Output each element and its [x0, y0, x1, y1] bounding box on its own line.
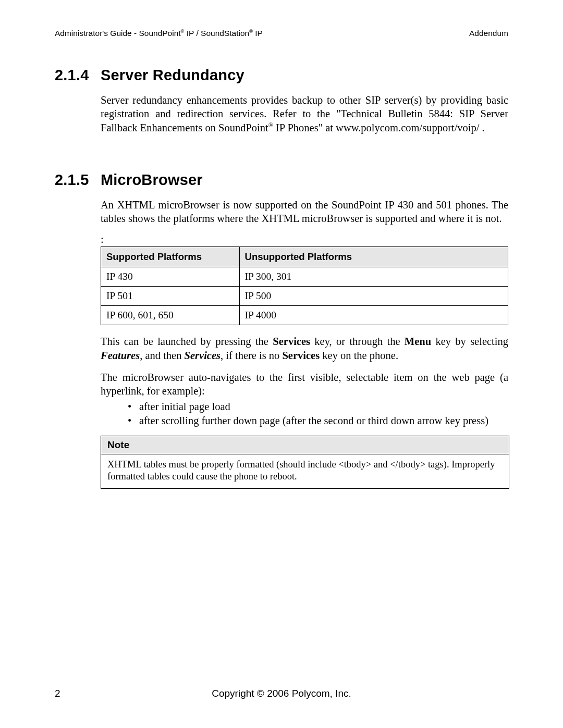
header-left-pre: Administrator's Guide - SoundPoint	[55, 29, 181, 38]
bold-italic: Services	[185, 350, 221, 361]
header-left-post: IP	[253, 29, 263, 38]
table-cell: IP 600, 601, 650	[101, 306, 240, 325]
heading-number: 2.1.4	[55, 67, 101, 84]
table-row: IP 600, 601, 650 IP 4000	[101, 306, 508, 325]
table-cell: IP 501	[101, 287, 240, 306]
paragraph: An XHTML microBrowser is now supported o…	[101, 198, 508, 225]
th-supported: Supported Platforms	[101, 247, 240, 267]
platforms-table: Supported Platforms Unsupported Platform…	[101, 246, 508, 325]
registered-icon: ®	[268, 121, 273, 129]
header-left-mid: IP / SoundStation	[184, 29, 249, 38]
note-body: XHTML tables must be properly formatted …	[101, 454, 509, 488]
page: Administrator's Guide - SoundPoint® IP /…	[0, 0, 563, 728]
table-cell: IP 430	[101, 267, 240, 287]
text: , if there is no	[221, 350, 282, 361]
list-item: after scrolling further down page (after…	[128, 414, 508, 427]
bold-italic: Features	[101, 350, 140, 361]
table-row: IP 501 IP 500	[101, 287, 508, 306]
table-row: Supported Platforms Unsupported Platform…	[101, 247, 508, 267]
text: This can be launched by pressing the	[101, 336, 273, 347]
bold: Services	[282, 350, 320, 361]
table-row: IP 430 IP 300, 301	[101, 267, 508, 287]
text: , and then	[140, 350, 184, 361]
header-right: Addendum	[469, 29, 508, 38]
page-number: 2	[55, 688, 60, 699]
paragraph: The microBrowser auto-navigates to the f…	[101, 371, 508, 398]
heading-title: Server Redundancy	[101, 67, 244, 83]
header-left: Administrator's Guide - SoundPoint® IP /…	[55, 29, 263, 38]
text: key, or through the	[310, 336, 405, 347]
note-box: Note XHTML tables must be properly forma…	[101, 436, 509, 489]
list-item: after initial page load	[128, 400, 508, 413]
table-cell: IP 4000	[239, 306, 508, 325]
heading-server-redundancy: 2.1.4Server Redundancy	[55, 67, 508, 84]
auto-nav-list: after initial page load after scrolling …	[101, 400, 508, 427]
heading-number: 2.1.5	[55, 171, 101, 189]
section-body-214: Server redundancy enhancements provides …	[101, 93, 508, 134]
text: key by selecting	[431, 336, 508, 347]
heading-title: MicroBrowser	[101, 171, 203, 188]
table-cell: IP 500	[239, 287, 508, 306]
page-header: Administrator's Guide - SoundPoint® IP /…	[55, 29, 508, 38]
registered-icon: ®	[249, 29, 253, 34]
section-body-215b: This can be launched by pressing the Ser…	[101, 335, 508, 427]
bold: Services	[273, 336, 310, 347]
heading-microbrowser: 2.1.5MicroBrowser	[55, 171, 508, 189]
text: IP Phones" at www.polycom.com/support/vo…	[273, 122, 485, 133]
footer-copyright: Copyright © 2006 Polycom, Inc.	[55, 688, 508, 699]
paragraph: Server redundancy enhancements provides …	[101, 93, 508, 134]
table-head: Supported Platforms Unsupported Platform…	[101, 247, 508, 267]
text: key on the phone.	[320, 350, 398, 361]
bold: Menu	[405, 336, 431, 347]
page-footer: 2 Copyright © 2006 Polycom, Inc.	[55, 688, 508, 699]
table-body: IP 430 IP 300, 301 IP 501 IP 500 IP 600,…	[101, 267, 508, 325]
table-caption-colon: :	[101, 233, 508, 245]
table-cell: IP 300, 301	[239, 267, 508, 287]
note-title: Note	[101, 436, 509, 454]
paragraph: This can be launched by pressing the Ser…	[101, 335, 508, 362]
section-body-215: An XHTML microBrowser is now supported o…	[101, 198, 508, 225]
th-unsupported: Unsupported Platforms	[239, 247, 508, 267]
